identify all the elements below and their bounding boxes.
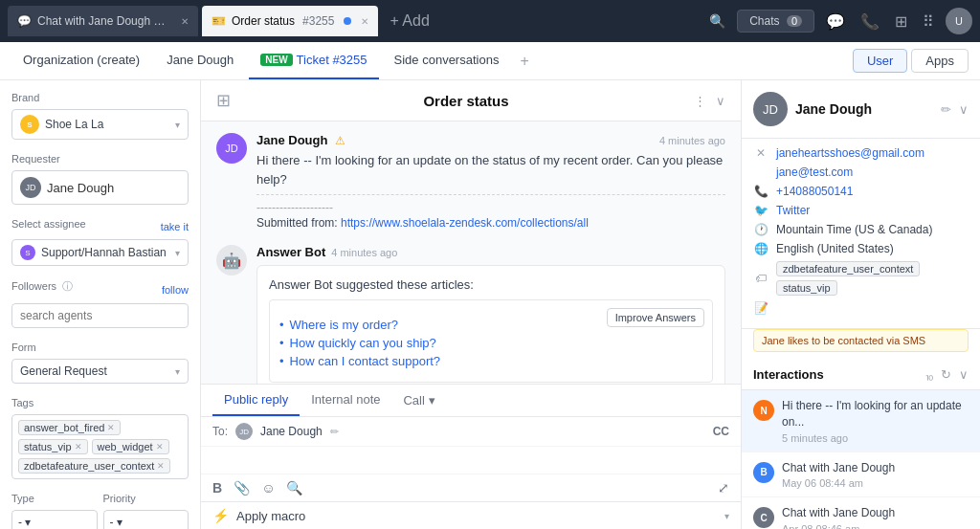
nav-tab-org[interactable]: Organization (create) (11, 43, 151, 79)
type-select[interactable]: - ▾ (11, 510, 98, 529)
user-phone[interactable]: +14088050141 (776, 185, 853, 198)
reply-tabs: Public reply Internal note Call ▾ (201, 385, 741, 417)
collapse-icon[interactable]: ∨ (716, 94, 725, 108)
user-tags-row: 🏷 zdbetafeature_user_context status_vip (753, 261, 969, 296)
bot-name: Answer Bot (256, 245, 325, 259)
user-panel-avatar: JD (753, 92, 788, 126)
assignee-select[interactable]: S Support/Hannah Bastian ▾ (11, 239, 189, 266)
more-icon[interactable]: ⋮ (694, 94, 706, 108)
reply-to-row: To: JD Jane Dough ✏ CC (201, 417, 741, 447)
improve-answers-button[interactable]: Improve Answers (607, 308, 704, 327)
tag-item[interactable]: zdbetafeature_user_context ✕ (18, 458, 170, 474)
requester-box[interactable]: JD Jane Dough (11, 170, 189, 205)
nav-tab-add[interactable]: + (514, 53, 534, 70)
form-select[interactable]: General Request ▾ (11, 359, 189, 384)
tag-remove-icon[interactable]: ✕ (107, 423, 115, 432)
tab-chat[interactable]: 💬 Chat with Jane Dough #2745 ✕ (8, 6, 198, 36)
user-timezone-row: 🕐 Mountain Time (US & Canada) (753, 223, 969, 236)
int-badge-2: B (753, 462, 774, 483)
sms-note-box: Jane likes to be contacted via SMS (753, 329, 969, 352)
remove-email1-icon[interactable]: ✕ (753, 146, 768, 160)
chevron-down-icon: ▾ (175, 120, 180, 130)
user-btn[interactable]: User (853, 49, 907, 73)
user-email1[interactable]: janeheartsshoes@gmail.com (776, 146, 924, 160)
reply-tab-call[interactable]: Call ▾ (391, 386, 446, 415)
chats-button[interactable]: Chats 0 (737, 10, 814, 33)
tab-order[interactable]: 🎫 Order status #3255 ✕ (202, 6, 378, 36)
form-chevron: ▾ (175, 366, 180, 377)
apply-macro-label: Apply macro (236, 509, 305, 523)
emoji-icon[interactable]: ☺ (261, 480, 275, 496)
pencil-icon[interactable]: ✏ (330, 426, 339, 438)
message-bot: 🤖 Answer Bot 4 minutes ago Answer Bot su… (216, 245, 725, 384)
tags-label: Tags (11, 397, 189, 408)
tag-item[interactable]: status_vip ✕ (18, 439, 88, 454)
filter-icon[interactable]: ⏨ (925, 367, 933, 382)
new-badge: NEW (260, 54, 292, 66)
tag-item[interactable]: web_widget ✕ (92, 439, 169, 454)
bot-msg-header: Answer Bot 4 minutes ago (256, 245, 725, 259)
interaction-item-1[interactable]: N Hi there -- I'm looking for an update … (742, 390, 980, 452)
chat-icon[interactable]: 💬 (822, 9, 849, 34)
user-note-row: 📝 (753, 301, 969, 315)
user-locale-row: 🌐 English (United States) (753, 242, 969, 255)
priority-select[interactable]: - ▾ (103, 510, 189, 529)
edit-icon[interactable]: ✏ (941, 102, 951, 117)
tags-container[interactable]: answer_bot_fired ✕ status_vip ✕ web_widg… (11, 414, 189, 479)
take-it-link[interactable]: take it (161, 221, 189, 232)
submitted-link[interactable]: https://www.shoelala-zendesk.com/collect… (341, 216, 589, 230)
type-priority-row: Type - ▾ Priority - ▾ (11, 493, 189, 529)
nav-tab-jane[interactable]: Jane Dough (155, 43, 245, 79)
collapse-interactions-icon[interactable]: ∨ (959, 367, 969, 382)
refresh-icon[interactable]: ↻ (941, 367, 951, 382)
msg-divider-text: -------------------- (256, 201, 725, 214)
interactions-icons: ⏨ ↻ ∨ (925, 367, 969, 382)
follow-link[interactable]: follow (162, 284, 189, 296)
msg-divider (256, 194, 725, 195)
nav-tab-side[interactable]: Side conversations (383, 43, 511, 79)
tab-add-button[interactable]: + Add (382, 12, 436, 30)
type-label: Type (11, 493, 98, 504)
jane-msg-name: Jane Dough (256, 133, 327, 147)
tab-chat-close[interactable]: ✕ (181, 16, 189, 27)
interaction-item-3[interactable]: C Chat with Jane Dough Apr 08 08:46 am (742, 497, 980, 529)
reply-tab-public[interactable]: Public reply (212, 385, 300, 416)
bold-icon[interactable]: B (212, 480, 222, 496)
phone-icon[interactable]: 📞 (857, 9, 883, 34)
twitter-icon: 🐦 (753, 204, 768, 217)
tag-item[interactable]: answer_bot_fired ✕ (18, 420, 121, 435)
brand-select[interactable]: S Shoe La La ▾ (11, 109, 189, 140)
ticket-icon: ⊞ (216, 90, 231, 111)
attachment-icon[interactable]: 📎 (234, 480, 250, 496)
tab-order-label: Order status (232, 14, 295, 28)
cc-button[interactable]: CC (713, 425, 729, 438)
nav-tab-ticket[interactable]: NEW Ticket #3255 (249, 43, 378, 79)
grid-icon[interactable]: ⊞ (891, 9, 911, 34)
user-tag-1: zdbetafeature_user_context (776, 261, 920, 276)
bot-article-2[interactable]: How quickly can you ship? (279, 336, 702, 350)
user-twitter[interactable]: Twitter (776, 204, 810, 217)
search-kb-icon[interactable]: 🔍 (286, 480, 302, 496)
tag-remove-icon[interactable]: ✕ (156, 442, 164, 452)
tag-remove-icon[interactable]: ✕ (157, 461, 165, 471)
apply-macro-button[interactable]: Apply macro ▾ (236, 509, 729, 523)
apps-btn[interactable]: Apps (911, 49, 969, 73)
tab-order-close[interactable]: ✕ (361, 16, 368, 27)
user-avatar[interactable]: U (946, 8, 972, 34)
top-bar: 💬 Chat with Jane Dough #2745 ✕ 🎫 Order s… (0, 0, 980, 42)
user-email2-row: · jane@test.com (753, 165, 969, 179)
int-date-2: May 06 08:44 am (782, 477, 969, 489)
expand-icon[interactable]: ⤢ (718, 480, 729, 496)
search-agents-input[interactable] (11, 303, 189, 328)
reply-footer: ⚡ Apply macro ▾ (201, 501, 741, 529)
collapse-user-icon[interactable]: ∨ (959, 102, 969, 117)
reply-input-area[interactable] (201, 447, 741, 474)
reply-tab-internal[interactable]: Internal note (300, 385, 391, 416)
bot-article-3[interactable]: How can I contact support? (279, 354, 702, 368)
interaction-item-2[interactable]: B Chat with Jane Dough May 06 08:44 am (742, 452, 980, 498)
bot-card-title: Answer Bot suggested these articles: (269, 277, 713, 292)
tag-remove-icon[interactable]: ✕ (75, 442, 82, 452)
search-icon[interactable]: 🔍 (705, 10, 729, 33)
user-email2[interactable]: jane@test.com (776, 165, 853, 179)
apps-icon[interactable]: ⠿ (919, 9, 938, 34)
